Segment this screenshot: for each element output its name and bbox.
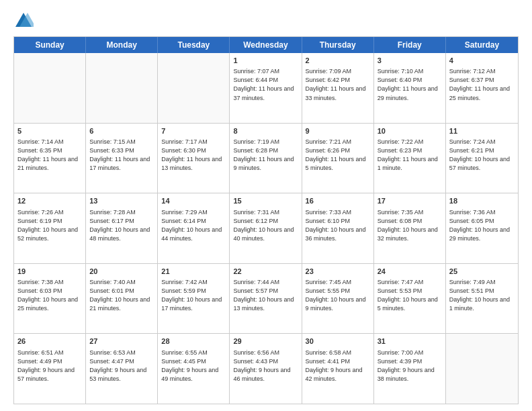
day-number: 12	[17, 196, 82, 206]
calendar-cell	[158, 53, 230, 123]
calendar-cell: 23Sunrise: 7:45 AMSunset: 5:55 PMDayligh…	[302, 264, 374, 334]
calendar-row-3: 12Sunrise: 7:26 AMSunset: 6:19 PMDayligh…	[14, 193, 518, 263]
day-number: 31	[378, 336, 442, 347]
calendar-row-5: 26Sunrise: 6:51 AMSunset: 4:49 PMDayligh…	[14, 333, 518, 404]
cell-info: Sunrise: 7:33 AMSunset: 6:10 PMDaylight:…	[306, 208, 370, 243]
cell-info: Sunrise: 7:09 AMSunset: 6:42 PMDaylight:…	[306, 67, 370, 102]
cell-info: Sunrise: 7:24 AMSunset: 6:21 PMDaylight:…	[449, 138, 515, 173]
day-number: 8	[233, 126, 298, 136]
cell-info: Sunrise: 6:58 AMSunset: 4:41 PMDaylight:…	[306, 349, 370, 383]
weekday-header-thursday: Thursday	[302, 37, 374, 53]
calendar-cell: 3Sunrise: 7:10 AMSunset: 6:40 PMDaylight…	[374, 53, 446, 123]
calendar-cell: 17Sunrise: 7:35 AMSunset: 6:08 PMDayligh…	[374, 193, 446, 263]
day-number: 20	[89, 267, 154, 277]
cell-info: Sunrise: 7:21 AMSunset: 6:26 PMDaylight:…	[306, 138, 370, 173]
day-number: 7	[161, 126, 226, 136]
day-number: 13	[89, 196, 154, 206]
day-number: 24	[378, 267, 442, 277]
calendar-cell: 2Sunrise: 7:09 AMSunset: 6:42 PMDaylight…	[302, 53, 374, 123]
day-number: 30	[306, 336, 370, 347]
cell-info: Sunrise: 7:38 AMSunset: 6:03 PMDaylight:…	[17, 278, 82, 313]
cell-info: Sunrise: 6:51 AMSunset: 4:49 PMDaylight:…	[17, 349, 82, 383]
cell-info: Sunrise: 6:56 AMSunset: 4:43 PMDaylight:…	[233, 349, 298, 383]
calendar-cell	[14, 53, 86, 123]
cell-info: Sunrise: 7:26 AMSunset: 6:19 PMDaylight:…	[17, 208, 82, 243]
day-number: 16	[306, 196, 370, 206]
calendar-cell: 31Sunrise: 7:00 AMSunset: 4:39 PMDayligh…	[374, 334, 446, 404]
calendar: SundayMondayTuesdayWednesdayThursdayFrid…	[13, 36, 519, 404]
calendar-row-4: 19Sunrise: 7:38 AMSunset: 6:03 PMDayligh…	[14, 263, 518, 334]
calendar-cell: 11Sunrise: 7:24 AMSunset: 6:21 PMDayligh…	[446, 124, 518, 193]
calendar-cell: 10Sunrise: 7:22 AMSunset: 6:23 PMDayligh…	[374, 124, 446, 193]
cell-info: Sunrise: 7:22 AMSunset: 6:23 PMDaylight:…	[378, 138, 442, 173]
calendar-header: SundayMondayTuesdayWednesdayThursdayFrid…	[14, 37, 518, 53]
cell-info: Sunrise: 7:07 AMSunset: 6:44 PMDaylight:…	[233, 67, 298, 102]
calendar-cell: 8Sunrise: 7:19 AMSunset: 6:28 PMDaylight…	[230, 124, 302, 193]
weekday-header-friday: Friday	[374, 37, 446, 53]
calendar-cell: 28Sunrise: 6:55 AMSunset: 4:45 PMDayligh…	[158, 334, 230, 404]
day-number: 1	[233, 56, 298, 66]
day-number: 15	[233, 196, 298, 206]
day-number: 19	[17, 267, 82, 277]
header	[13, 11, 519, 31]
cell-info: Sunrise: 7:10 AMSunset: 6:40 PMDaylight:…	[378, 67, 442, 102]
calendar-cell: 20Sunrise: 7:40 AMSunset: 6:01 PMDayligh…	[86, 264, 158, 334]
cell-info: Sunrise: 7:44 AMSunset: 5:57 PMDaylight:…	[233, 278, 298, 313]
cell-info: Sunrise: 7:42 AMSunset: 5:59 PMDaylight:…	[161, 278, 226, 313]
cell-info: Sunrise: 7:28 AMSunset: 6:17 PMDaylight:…	[89, 208, 154, 243]
day-number: 27	[89, 336, 154, 347]
day-number: 18	[449, 196, 515, 206]
day-number: 25	[449, 267, 515, 277]
calendar-row-1: 1Sunrise: 7:07 AMSunset: 6:44 PMDaylight…	[14, 53, 518, 123]
cell-info: Sunrise: 7:12 AMSunset: 6:37 PMDaylight:…	[449, 67, 515, 102]
day-number: 9	[306, 126, 370, 136]
calendar-cell: 6Sunrise: 7:15 AMSunset: 6:33 PMDaylight…	[86, 124, 158, 193]
calendar-cell: 19Sunrise: 7:38 AMSunset: 6:03 PMDayligh…	[14, 264, 86, 334]
calendar-cell: 4Sunrise: 7:12 AMSunset: 6:37 PMDaylight…	[446, 53, 518, 123]
logo	[13, 11, 36, 31]
calendar-cell: 13Sunrise: 7:28 AMSunset: 6:17 PMDayligh…	[86, 193, 158, 263]
cell-info: Sunrise: 7:31 AMSunset: 6:12 PMDaylight:…	[233, 208, 298, 243]
logo-icon	[13, 11, 34, 31]
cell-info: Sunrise: 7:15 AMSunset: 6:33 PMDaylight:…	[89, 138, 154, 173]
calendar-cell: 12Sunrise: 7:26 AMSunset: 6:19 PMDayligh…	[14, 193, 86, 263]
calendar-body: 1Sunrise: 7:07 AMSunset: 6:44 PMDaylight…	[14, 53, 518, 404]
calendar-cell: 27Sunrise: 6:53 AMSunset: 4:47 PMDayligh…	[86, 334, 158, 404]
calendar-cell: 26Sunrise: 6:51 AMSunset: 4:49 PMDayligh…	[14, 334, 86, 404]
cell-info: Sunrise: 7:19 AMSunset: 6:28 PMDaylight:…	[233, 138, 298, 173]
day-number: 5	[17, 126, 82, 136]
cell-info: Sunrise: 7:49 AMSunset: 5:51 PMDaylight:…	[449, 278, 515, 313]
calendar-cell: 5Sunrise: 7:14 AMSunset: 6:35 PMDaylight…	[14, 124, 86, 193]
calendar-cell: 1Sunrise: 7:07 AMSunset: 6:44 PMDaylight…	[230, 53, 302, 123]
day-number: 26	[17, 336, 82, 347]
calendar-cell: 7Sunrise: 7:17 AMSunset: 6:30 PMDaylight…	[158, 124, 230, 193]
calendar-row-2: 5Sunrise: 7:14 AMSunset: 6:35 PMDaylight…	[14, 123, 518, 193]
day-number: 14	[161, 196, 226, 206]
calendar-cell: 22Sunrise: 7:44 AMSunset: 5:57 PMDayligh…	[230, 264, 302, 334]
day-number: 11	[449, 126, 515, 136]
calendar-cell	[86, 53, 158, 123]
page: SundayMondayTuesdayWednesdayThursdayFrid…	[0, 0, 532, 411]
calendar-cell: 24Sunrise: 7:47 AMSunset: 5:53 PMDayligh…	[374, 264, 446, 334]
calendar-cell: 16Sunrise: 7:33 AMSunset: 6:10 PMDayligh…	[302, 193, 374, 263]
cell-info: Sunrise: 7:00 AMSunset: 4:39 PMDaylight:…	[378, 349, 442, 383]
calendar-cell: 21Sunrise: 7:42 AMSunset: 5:59 PMDayligh…	[158, 264, 230, 334]
calendar-cell: 14Sunrise: 7:29 AMSunset: 6:14 PMDayligh…	[158, 193, 230, 263]
cell-info: Sunrise: 7:35 AMSunset: 6:08 PMDaylight:…	[378, 208, 442, 243]
calendar-cell: 29Sunrise: 6:56 AMSunset: 4:43 PMDayligh…	[230, 334, 302, 404]
day-number: 23	[306, 267, 370, 277]
day-number: 10	[378, 126, 442, 136]
day-number: 4	[449, 56, 515, 66]
cell-info: Sunrise: 7:14 AMSunset: 6:35 PMDaylight:…	[17, 138, 82, 173]
weekday-header-wednesday: Wednesday	[230, 37, 302, 53]
day-number: 17	[378, 196, 442, 206]
weekday-header-tuesday: Tuesday	[158, 37, 230, 53]
cell-info: Sunrise: 7:45 AMSunset: 5:55 PMDaylight:…	[306, 278, 370, 313]
weekday-header-sunday: Sunday	[14, 37, 86, 53]
cell-info: Sunrise: 7:17 AMSunset: 6:30 PMDaylight:…	[161, 138, 226, 173]
calendar-cell: 9Sunrise: 7:21 AMSunset: 6:26 PMDaylight…	[302, 124, 374, 193]
day-number: 6	[89, 126, 154, 136]
weekday-header-monday: Monday	[86, 37, 158, 53]
day-number: 28	[161, 336, 226, 347]
weekday-header-saturday: Saturday	[446, 37, 518, 53]
